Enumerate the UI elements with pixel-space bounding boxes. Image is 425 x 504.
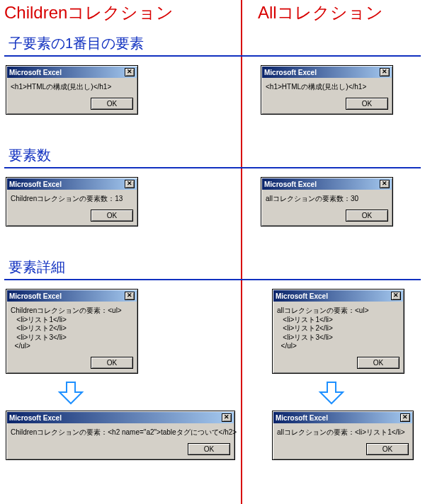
- column-header-all: Allコレクション: [258, 1, 383, 24]
- dialog-button-row: OK: [261, 93, 392, 114]
- page: Childrenコレクション Allコレクション 子要素の1番目の要素 Micr…: [0, 0, 425, 504]
- dialog-title-text: Microsoft Excel: [264, 69, 317, 76]
- close-icon[interactable]: ✕: [222, 413, 232, 422]
- divider-1: [4, 55, 421, 57]
- ok-button[interactable]: OK: [357, 357, 400, 369]
- dialog-title-text: Microsoft Excel: [9, 292, 62, 300]
- divider-3: [4, 279, 421, 280]
- dialog-all-first: Microsoft Excel ✕ <h1>HTMLの構成(見出し)</h1> …: [261, 65, 393, 115]
- dialog-title-text: Microsoft Excel: [9, 414, 62, 422]
- dialog-message: Childrenコレクションの要素数：13: [6, 190, 137, 205]
- dialog-titlebar: Microsoft Excel ✕: [7, 67, 137, 78]
- dialog-children-detail-1: Microsoft Excel ✕ Childrenコレクションの要素：<ul>…: [6, 289, 138, 374]
- dialog-button-row: OK: [6, 205, 137, 226]
- close-icon[interactable]: ✕: [391, 292, 401, 300]
- dialog-message: allコレクションの要素数：30: [261, 190, 392, 205]
- dialog-title-text: Microsoft Excel: [9, 69, 62, 76]
- dialog-button-row: OK: [6, 353, 137, 373]
- dialog-titlebar: Microsoft Excel ✕: [7, 412, 234, 423]
- divider-2: [4, 167, 421, 168]
- arrow-down-icon: [317, 381, 346, 405]
- dialog-message: allコレクションの要素：<ul> <li>リスト1</li> <li>リスト2…: [273, 302, 404, 353]
- dialog-all-detail-1: Microsoft Excel ✕ allコレクションの要素：<ul> <li>…: [272, 289, 404, 374]
- ok-button[interactable]: OK: [91, 98, 133, 110]
- ok-button[interactable]: OK: [188, 443, 230, 455]
- ok-button[interactable]: OK: [366, 443, 409, 455]
- dialog-titlebar: Microsoft Excel ✕: [7, 178, 137, 190]
- dialog-titlebar: Microsoft Excel ✕: [262, 67, 392, 78]
- close-icon[interactable]: ✕: [380, 68, 390, 76]
- dialog-title-text: Microsoft Excel: [276, 292, 328, 300]
- dialog-titlebar: Microsoft Excel ✕: [273, 290, 403, 302]
- dialog-children-detail-2: Microsoft Excel ✕ Childrenコレクションの要素：<h2 …: [6, 411, 235, 460]
- divider-vertical: [241, 0, 242, 504]
- arrow-down-icon: [57, 381, 85, 405]
- close-icon[interactable]: ✕: [125, 68, 135, 76]
- dialog-title-text: Microsoft Excel: [9, 181, 62, 188]
- dialog-button-row: OK: [261, 205, 392, 226]
- ok-button[interactable]: OK: [91, 210, 133, 222]
- dialog-button-row: OK: [273, 439, 413, 459]
- close-icon[interactable]: ✕: [400, 413, 410, 422]
- close-icon[interactable]: ✕: [380, 180, 390, 188]
- ok-button[interactable]: OK: [346, 210, 388, 222]
- dialog-children-first: Microsoft Excel ✕ <h1>HTMLの構成(見出し)</h1> …: [6, 65, 138, 115]
- dialog-message: allコレクションの要素：<li>リスト1</li>: [273, 424, 413, 439]
- ok-button[interactable]: OK: [91, 357, 133, 369]
- dialog-button-row: OK: [6, 439, 234, 459]
- dialog-message: <h1>HTMLの構成(見出し)</h1>: [261, 79, 392, 93]
- close-icon[interactable]: ✕: [125, 180, 135, 188]
- dialog-children-count: Microsoft Excel ✕ Childrenコレクションの要素数：13 …: [6, 177, 138, 227]
- dialog-titlebar: Microsoft Excel ✕: [7, 290, 137, 302]
- section-title-first-element: 子要素の1番目の要素: [8, 34, 144, 53]
- dialog-message: <h1>HTMLの構成(見出し)</h1>: [6, 79, 137, 93]
- ok-button[interactable]: OK: [346, 98, 388, 110]
- close-icon[interactable]: ✕: [125, 292, 135, 300]
- dialog-title-text: Microsoft Excel: [264, 181, 317, 188]
- section-title-detail: 要素詳細: [8, 258, 65, 277]
- section-title-count: 要素数: [8, 146, 51, 165]
- dialog-message: Childrenコレクションの要素：<ul> <li>リスト1</li> <li…: [6, 302, 137, 353]
- dialog-button-row: OK: [6, 93, 137, 114]
- dialog-button-row: OK: [273, 353, 404, 373]
- column-header-children: Childrenコレクション: [4, 1, 174, 24]
- dialog-all-count: Microsoft Excel ✕ allコレクションの要素数：30 OK: [261, 177, 393, 227]
- dialog-titlebar: Microsoft Excel ✕: [262, 178, 392, 190]
- dialog-message: Childrenコレクションの要素：<h2 name="a2">tableタグに…: [6, 424, 234, 439]
- dialog-all-detail-2: Microsoft Excel ✕ allコレクションの要素：<li>リスト1<…: [272, 411, 414, 460]
- dialog-title-text: Microsoft Excel: [276, 414, 328, 422]
- dialog-titlebar: Microsoft Excel ✕: [273, 412, 412, 423]
